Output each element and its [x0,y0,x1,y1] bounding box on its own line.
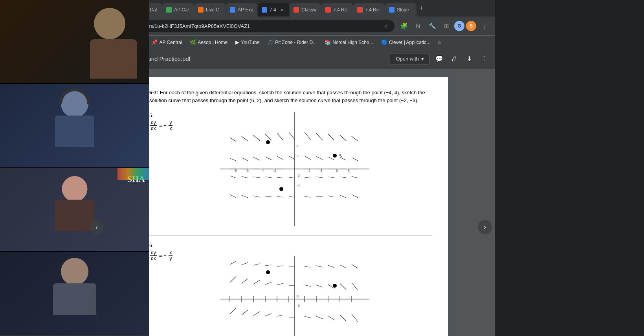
svg-line-30 [242,158,248,161]
x-y-frac-6: x y [169,250,172,261]
bookmark-clever[interactable]: 🔵 Clever | Applicatio... [378,38,434,47]
tab-9-active[interactable]: 7.4 ✕ [258,3,289,17]
bookmark-pitzone[interactable]: 🎵 Pit Zone - Rider D... [264,38,320,47]
ext-icon-2[interactable]: 🔧 [426,20,439,32]
tab-13[interactable]: Slope [385,3,416,17]
tab-13-title: Slope [397,7,413,13]
svg-line-29 [230,158,236,161]
comment-icon[interactable]: 💬 [433,53,446,65]
bookmark-pitzone-label: Pit Zone - Rider D... [275,40,317,45]
video-panel-teacher [0,0,149,84]
svg-line-75 [230,261,236,264]
svg-line-118 [352,314,358,322]
svg-line-115 [316,316,323,319]
svg-text:2: 2 [297,154,299,158]
svg-text:8: 8 [348,169,350,173]
svg-line-32 [265,157,272,160]
svg-line-114 [305,316,311,318]
section-divider [149,235,432,236]
bookmark-aesop-label: Aesop | Home [198,40,228,45]
tab-8-favicon [230,7,235,13]
tab-6[interactable]: AP Cal [162,3,194,17]
svg-text:6: 6 [336,169,338,173]
apcentral-icon: 📌 [151,39,158,45]
svg-line-67 [305,196,311,197]
bookmark-norcal-label: Norcal High Scho... [332,40,373,45]
tab-9-close[interactable]: ✕ [279,7,285,13]
svg-line-58 [328,177,334,178]
svg-line-89 [265,282,272,285]
svg-line-78 [265,265,272,266]
svg-line-54 [277,177,283,178]
svg-line-63 [253,196,260,197]
svg-text:4: 4 [297,144,299,148]
dot-neg2-neg3 [279,187,283,191]
tab-9-title: 7.4 [270,7,277,13]
svg-line-79 [277,266,283,266]
bookmark-apcentral-label: AP Central [159,40,182,45]
bookmark-aesop[interactable]: 🌿 Aesop | Home [187,38,231,47]
svg-line-50 [230,176,236,178]
pdf-prev-arrow[interactable]: ‹ [90,220,104,234]
svg-line-60 [352,176,358,178]
svg-line-111 [265,314,272,316]
pdf-toolbar-right: 💬 🖨 ⬇ ⋮ [433,53,490,65]
tab-12[interactable]: 7.4 Re [353,3,385,17]
pdf-instruction: 5-7: For each of the given differential … [149,89,432,104]
problem-6-num: 6. [149,242,154,248]
chrome-menu-button[interactable]: ⋮ [478,20,490,32]
svg-line-59 [340,177,346,178]
notebooklm-icon[interactable]: N [412,20,424,32]
svg-line-55 [289,177,295,178]
tab-12-title: 7.4 Re [365,7,381,13]
problem-5-graph: 4 2 -2 -4 2 4 6 8 -2 [220,112,432,228]
tab-13-favicon [389,7,394,13]
svg-line-69 [328,196,334,197]
svg-line-110 [253,312,260,316]
svg-line-39 [352,158,358,161]
tab-11[interactable]: 7.4 Re [321,3,353,17]
svg-line-86 [230,276,236,283]
svg-text:8: 8 [297,294,299,298]
svg-line-64 [265,196,272,197]
clever-icon: 🔵 [381,39,387,45]
extensions-button[interactable]: 🧩 [398,20,410,32]
video-panel-student1 [0,84,149,168]
svg-line-27 [340,135,346,141]
problem-6-math: dy dx = − x y [149,250,220,261]
pdf-next-arrow[interactable]: › [478,220,492,234]
tab-10-title: Classw [301,7,317,13]
svg-line-68 [316,196,323,197]
svg-text:-4: -4 [261,169,264,173]
svg-line-66 [289,196,295,197]
bookmark-youtube[interactable]: ▶ YouTube [232,38,262,47]
y-x-frac-5: y x [169,120,172,131]
bookmark-clever-label: Clever | Applicatio... [389,40,431,45]
tab-11-favicon [325,7,331,13]
svg-line-83 [328,265,334,268]
svg-line-96 [352,283,358,290]
svg-line-23 [289,132,295,140]
tab-7[interactable]: Live C [194,3,226,17]
bookmark-norcal[interactable]: 📚 Norcal High Scho... [321,38,376,47]
download-icon[interactable]: ⬇ [463,53,475,65]
bookmark-star-icon[interactable]: ☆ [383,22,390,29]
open-with-chevron-icon: ▾ [421,56,424,62]
profile-avatar[interactable]: G [454,21,464,31]
svg-text:-2: -2 [297,174,300,178]
pdf-page: 5-7: For each of the given differential … [134,77,448,336]
svg-line-31 [253,157,260,160]
tab-12-favicon [357,7,363,13]
new-tab-button[interactable]: + [417,3,426,14]
open-with-button[interactable]: Open with ▾ [390,53,430,64]
svg-line-25 [316,133,323,140]
print-icon[interactable]: 🖨 [448,53,461,65]
bookmark-apcentral[interactable]: 📌 AP Central [148,38,185,47]
tab-8[interactable]: AP Exa [226,3,257,17]
second-profile-avatar[interactable]: S [466,21,476,31]
tab-10[interactable]: Classw [290,3,321,17]
more-options-icon[interactable]: ⋮ [478,53,490,65]
ext-icon-3[interactable]: ⊞ [440,20,453,32]
bookmarks-more-button[interactable]: » [435,37,444,48]
svg-line-20 [253,135,260,141]
